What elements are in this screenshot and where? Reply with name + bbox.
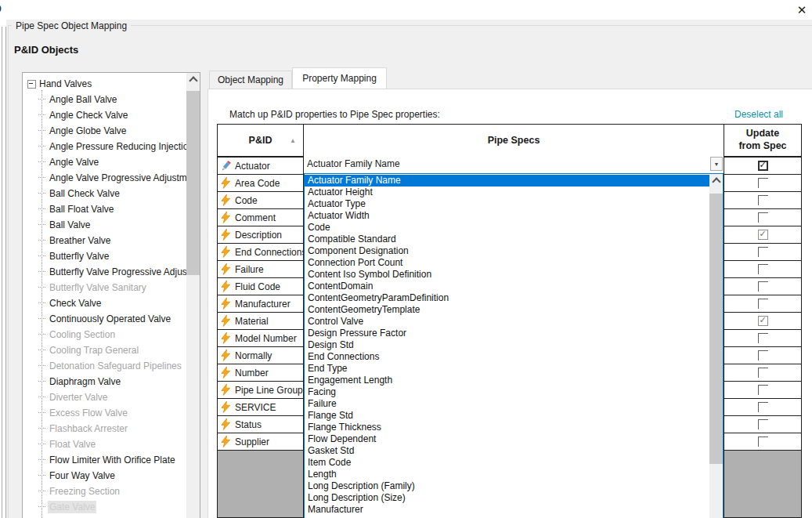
pid-property-cell[interactable]: Material <box>218 313 304 329</box>
dropdown-option[interactable]: Compatible Standard <box>305 234 709 245</box>
update-from-spec-checkbox[interactable] <box>758 161 768 171</box>
pid-property-cell[interactable]: Supplier <box>218 433 304 450</box>
pid-property-cell[interactable]: Model Number <box>218 330 304 346</box>
update-from-spec-checkbox[interactable] <box>758 212 768 223</box>
tree-item[interactable]: Ball Check Valve <box>23 186 186 201</box>
dropdown-option[interactable]: Item Code <box>305 457 709 469</box>
dropdown-option[interactable]: Flow Dependent <box>305 433 709 445</box>
dropdown-option[interactable]: End Type <box>305 363 709 375</box>
dropdown-option[interactable]: Actuator Type <box>305 198 709 210</box>
dropdown-option[interactable]: ContentGeometryParamDefinition <box>305 292 709 304</box>
pid-property-cell[interactable]: Status <box>218 416 304 433</box>
tree-item[interactable]: Angle Valve Progressive Adjustm <box>23 170 186 186</box>
tree-item[interactable]: Angle Check Valve <box>23 107 186 123</box>
tree-item[interactable]: Excess Flow Valve <box>23 405 186 421</box>
tree-item[interactable]: Ball Valve <box>23 217 186 233</box>
tree-item[interactable]: Ball Float Valve <box>23 201 186 217</box>
column-header-update-from-spec[interactable]: Update from Spec <box>724 125 801 156</box>
update-from-spec-checkbox[interactable] <box>758 178 768 188</box>
tree-item[interactable]: Breather Valve <box>23 233 186 248</box>
column-header-pid[interactable]: P&ID ▲ <box>218 125 304 156</box>
tree-item[interactable]: Butterfly Valve Progressive Adjus <box>23 264 186 280</box>
update-from-spec-checkbox[interactable] <box>758 195 768 205</box>
pid-property-cell[interactable]: Code <box>218 192 304 208</box>
tree-item[interactable]: Gate Valve Progressive Adjustment <box>23 515 186 518</box>
tree-item[interactable]: Gate Valve <box>23 499 186 515</box>
pid-property-cell[interactable]: Manufacturer <box>218 295 304 312</box>
tree-item[interactable]: Detonation Safeguard Pipelines <box>23 358 186 374</box>
tab-object-mapping[interactable]: Object Mapping <box>209 71 292 89</box>
pid-property-cell[interactable]: Description <box>218 226 304 243</box>
pid-property-cell[interactable]: Number <box>218 364 304 381</box>
scroll-up-icon[interactable] <box>186 73 200 86</box>
tree-item-hand-valves[interactable]: Hand Valves <box>23 76 92 92</box>
tree-scrollbar[interactable] <box>186 73 200 518</box>
update-from-spec-checkbox[interactable] <box>758 264 768 274</box>
update-from-spec-checkbox[interactable] <box>758 316 768 326</box>
dropdown-option[interactable]: Flange Std <box>305 410 709 422</box>
dropdown-option[interactable]: Actuator Family Name <box>305 175 709 187</box>
update-from-spec-checkbox[interactable] <box>758 230 768 240</box>
dropdown-option[interactable]: Facing <box>305 386 709 398</box>
update-from-spec-checkbox[interactable] <box>758 368 768 378</box>
pid-property-cell[interactable]: End Connections <box>218 244 304 260</box>
dropdown-option[interactable]: Content Iso Symbol Definition <box>305 269 709 281</box>
tree-item[interactable]: Angle Ball Valve <box>23 92 186 107</box>
dropdown-option[interactable]: Engagement Length <box>305 375 709 386</box>
dropdown-option[interactable]: Flange Thickness <box>305 422 709 433</box>
dropdown-option[interactable]: Manufacturer <box>305 504 709 516</box>
update-from-spec-checkbox[interactable] <box>758 436 768 447</box>
tree-item[interactable]: Butterfly Valve Sanitary <box>23 280 186 295</box>
tree-item[interactable]: Diaphragm Valve <box>23 374 186 389</box>
tree-item[interactable]: Angle Globe Valve <box>23 123 186 139</box>
tree-item[interactable]: Continuously Operated Valve <box>23 311 186 327</box>
chevron-down-icon[interactable]: ▼ <box>710 157 723 171</box>
deselect-all-link[interactable]: Deselect all <box>734 109 783 120</box>
scrollbar-thumb[interactable] <box>709 194 723 464</box>
pid-property-cell[interactable]: Fluid Code <box>218 278 304 295</box>
dropdown-option[interactable]: Failure <box>305 398 709 410</box>
update-from-spec-checkbox[interactable] <box>758 385 768 395</box>
dropdown-option[interactable]: Long Description (Size) <box>305 492 709 504</box>
tree-item[interactable]: Float Valve <box>23 436 186 452</box>
dropdown-option[interactable]: Control Valve <box>305 316 709 328</box>
dropdown-option[interactable]: Design Std <box>305 339 709 351</box>
tree-item[interactable]: Cooling Section <box>23 327 186 342</box>
update-from-spec-checkbox[interactable] <box>758 247 768 257</box>
tree-item[interactable]: Angle Pressure Reducing Injectio <box>23 139 186 154</box>
dropdown-option[interactable]: End Connections <box>305 351 709 363</box>
dropdown-option[interactable]: Code <box>305 222 709 234</box>
dropdown-option[interactable]: Long Description (Family) <box>305 480 709 492</box>
pid-property-cell[interactable]: Comment <box>218 209 304 226</box>
update-from-spec-checkbox[interactable] <box>758 350 768 360</box>
dropdown-option[interactable]: ContentDomain <box>305 281 709 292</box>
tree-item[interactable]: Diverter Valve <box>23 389 186 405</box>
pid-property-cell[interactable]: Pipe Line Group T <box>218 382 304 398</box>
tree-item[interactable]: Butterfly Valve <box>23 248 186 264</box>
dropdown-option[interactable]: Actuator Width <box>305 210 709 222</box>
update-from-spec-checkbox[interactable] <box>758 333 768 343</box>
dropdown-option[interactable]: Connection Port Count <box>305 257 709 269</box>
update-from-spec-checkbox[interactable] <box>758 402 768 412</box>
tab-property-mapping[interactable]: Property Mapping <box>292 67 387 89</box>
tree-item[interactable]: Freezing Section <box>23 484 186 499</box>
dropdown-option[interactable]: ContentGeometryTemplate <box>305 304 709 316</box>
column-header-pipe-specs[interactable]: Pipe Specs <box>304 125 724 156</box>
tree-item[interactable]: Cooling Trap General <box>23 342 186 358</box>
tree-item[interactable]: Flow Limiter With Orifice Plate <box>23 452 186 468</box>
collapse-icon[interactable] <box>27 80 36 89</box>
update-from-spec-checkbox[interactable] <box>758 419 768 429</box>
update-from-spec-checkbox[interactable] <box>758 299 768 309</box>
pid-property-cell[interactable]: Area Code <box>218 175 304 191</box>
pipe-spec-combobox[interactable]: Actuator Family Name ▼ <box>304 156 724 172</box>
dropdown-option[interactable]: Design Pressure Factor <box>305 328 709 339</box>
update-from-spec-checkbox[interactable] <box>758 281 768 292</box>
tree-item[interactable]: Four Way Valve <box>23 468 186 484</box>
tree-item[interactable]: Flashback Arrester <box>23 421 186 436</box>
pid-property-cell[interactable]: Normally <box>218 347 304 364</box>
scroll-up-icon[interactable] <box>709 174 723 187</box>
pid-property-cell[interactable]: Actuator <box>218 158 304 174</box>
close-icon[interactable]: ✕ <box>793 2 810 18</box>
pid-property-cell[interactable]: SERVICE <box>218 399 304 415</box>
dropdown-option[interactable]: Actuator Height <box>305 187 709 198</box>
